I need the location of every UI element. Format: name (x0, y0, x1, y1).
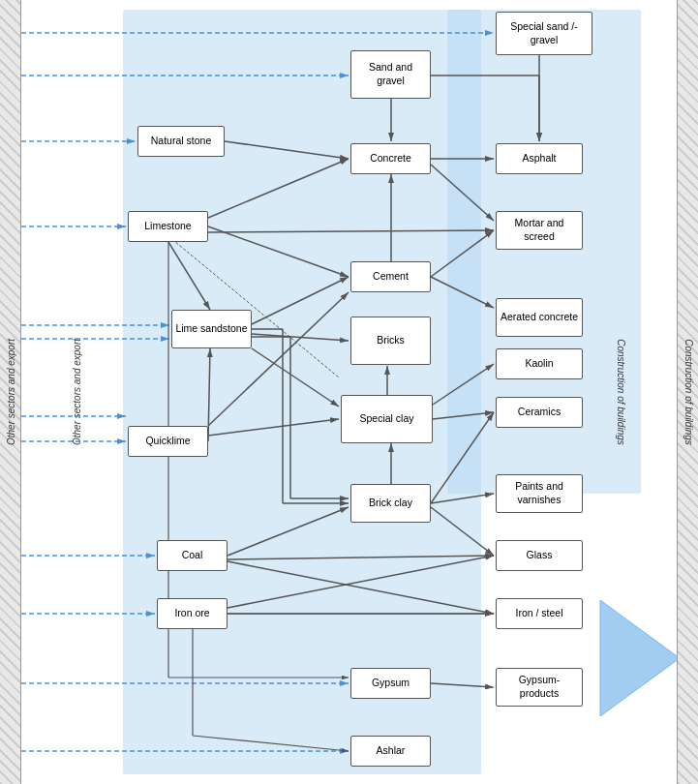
node-mortar-screed: Mortar and screed (496, 211, 583, 250)
right-bar: Construction of buildings (677, 0, 698, 784)
right-side-label: Construction of buildings (617, 339, 627, 445)
node-lime-sandstone: Lime sandstone (171, 310, 252, 348)
node-sand-gravel: Sand and gravel (350, 50, 431, 99)
blue-bg-main (123, 10, 481, 774)
right-label: Construction of buildings (683, 339, 693, 445)
node-concrete: Concrete (350, 143, 431, 174)
node-natural-stone: Natural stone (137, 126, 225, 157)
node-limestone: Limestone (128, 211, 208, 242)
svg-marker-60 (600, 600, 677, 716)
node-quicklime: Quicklime (128, 426, 208, 457)
node-iron-steel: Iron / steel (496, 598, 583, 629)
node-glass: Glass (496, 540, 583, 571)
page-container: Other sectors and export Construction of… (0, 0, 698, 784)
node-coal: Coal (157, 540, 228, 571)
node-gypsum: Gypsum (350, 668, 431, 699)
left-bar: Other sectors and export (0, 0, 21, 784)
node-iron-ore: Iron ore (157, 598, 228, 629)
node-special-sand: Special sand /- gravel (496, 12, 592, 55)
node-brick-clay: Brick clay (350, 484, 431, 523)
node-paints-varnishes: Paints and varnishes (496, 474, 583, 513)
left-label: Other sectors and export (5, 339, 15, 445)
node-ceramics: Ceramics (496, 397, 583, 428)
node-bricks: Bricks (350, 317, 431, 365)
node-asphalt: Asphalt (496, 143, 583, 174)
left-side-label: Other sectors and export (72, 339, 82, 445)
node-ashlar: Ashlar (350, 736, 431, 767)
node-cement: Cement (350, 261, 431, 292)
main-area: Special sand /- gravel Sand and gravel N… (21, 0, 677, 784)
node-special-clay: Special clay (341, 395, 433, 443)
node-gypsum-products: Gypsum- products (496, 668, 583, 707)
node-aerated-concrete: Aerated concrete (496, 298, 583, 337)
node-kaolin: Kaolin (496, 348, 583, 379)
